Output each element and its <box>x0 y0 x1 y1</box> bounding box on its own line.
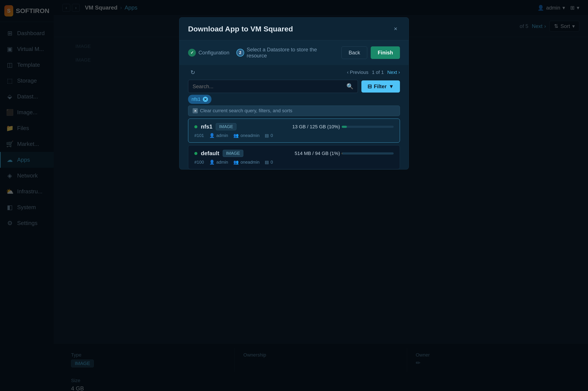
ds-count: ▤ 0 <box>265 133 273 138</box>
ds-progress-fill <box>342 126 347 128</box>
finish-button[interactable]: Finish <box>371 46 400 59</box>
next-label: Next <box>387 70 397 75</box>
clear-label: Clear current search query, filters, and… <box>200 108 292 113</box>
back-label: Back <box>349 50 360 56</box>
active-filter-tag: nfs1 ✕ <box>188 95 211 104</box>
ds-count-icon: ▤ <box>265 160 269 165</box>
owner-icon: 👤 <box>209 133 215 138</box>
tag-label: nfs1 <box>191 97 201 102</box>
step1-label: Configuration <box>198 50 229 56</box>
modal-close-button[interactable]: × <box>391 24 400 33</box>
close-icon: × <box>394 25 397 32</box>
search-input[interactable] <box>193 84 344 90</box>
ds-next-button[interactable]: Next › <box>387 70 400 75</box>
ds-meta: #101 👤 admin 👥 oneadmin ▤ 0 <box>194 133 394 138</box>
filter-label: Filter <box>374 84 387 90</box>
search-container: 🔍 ⊟ Filter ▼ <box>188 80 400 93</box>
tag-remove-button[interactable]: ✕ <box>203 97 208 102</box>
refresh-icon: ↻ <box>190 69 195 76</box>
ds-owner: 👤 admin <box>209 160 228 165</box>
page-info: 1 of 1 <box>372 70 384 75</box>
ds-name: nfs1 <box>201 123 212 130</box>
group-icon: 👥 <box>233 160 239 165</box>
owner-icon: 👤 <box>209 160 215 165</box>
clear-filter-button[interactable]: ✕ Clear current search query, filters, a… <box>188 105 400 116</box>
prev-chevron-icon: ‹ <box>347 70 348 75</box>
ds-progress-fill <box>342 152 342 155</box>
search-icon: 🔍 <box>346 83 353 90</box>
group-icon: 👥 <box>233 133 239 138</box>
step-1: ✓ Configuration <box>188 49 229 57</box>
ds-stats: 13 GB / 125 GB (10%) <box>292 124 394 130</box>
ds-type-badge: IMAGE <box>223 150 243 157</box>
step2-label: Select a Datastore to store the resource <box>247 47 338 59</box>
ds-prev-button[interactable]: ‹ Previous <box>347 70 368 75</box>
status-dot <box>194 125 197 128</box>
ds-meta: #100 👤 admin 👥 oneadmin ▤ 0 <box>194 160 394 165</box>
ds-id: #101 <box>194 133 204 138</box>
step2-circle: 2 <box>236 49 244 57</box>
ds-item-top: nfs1 IMAGE 13 GB / 125 GB (10%) <box>194 123 394 130</box>
ds-usage-text: 13 GB / 125 GB (10%) <box>292 124 340 130</box>
ds-count-icon: ▤ <box>265 133 269 138</box>
tag-area: nfs1 ✕ <box>179 95 409 105</box>
datastore-item-default[interactable]: default IMAGE 514 MB / 94 GB (1%) #100 👤… <box>188 145 400 169</box>
filter-icon: ⊟ <box>367 84 372 90</box>
datastore-item-nfs1[interactable]: nfs1 IMAGE 13 GB / 125 GB (10%) #101 👤 a… <box>188 118 400 143</box>
step-2: 2 Select a Datastore to store the resour… <box>236 47 338 59</box>
ds-type-badge: IMAGE <box>216 123 236 130</box>
filter-button[interactable]: ⊟ Filter ▼ <box>361 80 400 93</box>
ds-stats: 514 MB / 94 GB (1%) <box>295 151 394 156</box>
modal-title: Download App to VM Squared <box>188 25 293 33</box>
ds-toolbar: ↻ ‹ Previous 1 of 1 Next › <box>179 65 409 80</box>
ds-usage-text: 514 MB / 94 GB (1%) <box>295 151 340 156</box>
ds-owner: 👤 admin <box>209 133 228 138</box>
ds-count: ▤ 0 <box>265 160 273 165</box>
ds-id: #100 <box>194 160 204 165</box>
clear-icon: ✕ <box>193 108 198 113</box>
ds-item-top: default IMAGE 514 MB / 94 GB (1%) <box>194 150 394 157</box>
filter-chevron-icon: ▼ <box>389 84 394 90</box>
datastore-list: nfs1 IMAGE 13 GB / 125 GB (10%) #101 👤 a… <box>179 118 409 169</box>
refresh-button[interactable]: ↻ <box>188 68 198 77</box>
download-modal: Download App to VM Squared × ✓ Configura… <box>179 17 409 170</box>
modal-header: Download App to VM Squared × <box>179 17 409 40</box>
finish-label: Finish <box>378 50 393 56</box>
stepper: ✓ Configuration 2 Select a Datastore to … <box>179 40 409 65</box>
stepper-buttons: Back Finish <box>341 46 400 59</box>
prev-label: Previous <box>350 70 369 75</box>
ds-name: default <box>201 150 219 157</box>
ds-pagination: ‹ Previous 1 of 1 Next › <box>347 70 400 75</box>
ds-progress-bar <box>342 126 394 128</box>
step1-circle: ✓ <box>188 49 196 57</box>
next-chevron-icon: › <box>398 70 400 75</box>
status-dot <box>194 152 197 155</box>
search-box: 🔍 <box>188 80 358 93</box>
back-button[interactable]: Back <box>341 46 367 59</box>
ds-progress-bar <box>342 152 394 155</box>
ds-group: 👥 oneadmin <box>233 133 259 138</box>
modal-overlay: Download App to VM Squared × ✓ Configura… <box>0 0 588 391</box>
ds-group: 👥 oneadmin <box>233 160 259 165</box>
